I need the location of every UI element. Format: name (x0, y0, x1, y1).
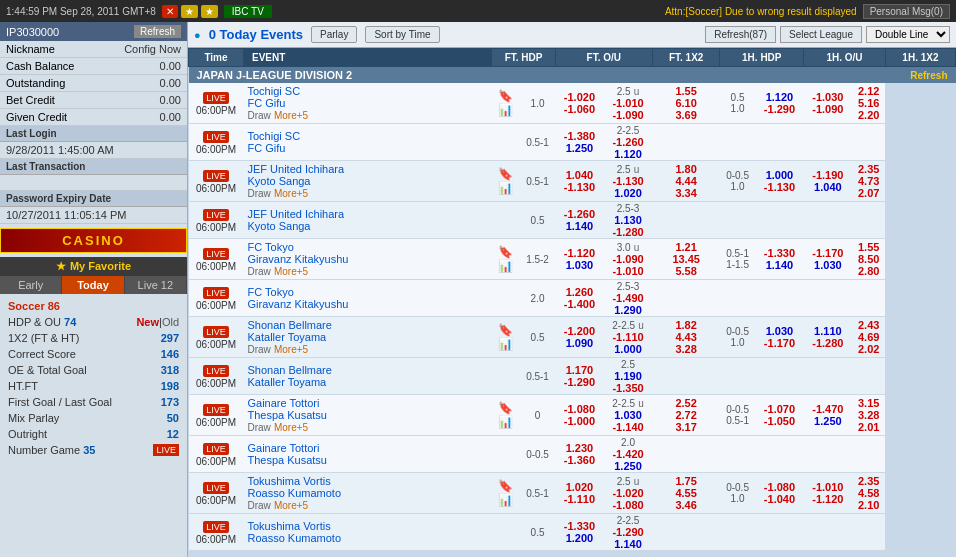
h1-ou-cell[interactable]: -1.010 -1.120 (804, 473, 852, 514)
team2-name[interactable]: Roasso Kumamoto (248, 487, 342, 499)
ft-1x2-cell[interactable]: 2.52 2.72 3.17 (652, 395, 719, 436)
team1-name[interactable]: Shonan Bellmare (248, 364, 332, 376)
chart-icon[interactable]: 📊 (498, 103, 513, 117)
team1-name[interactable]: Gainare Tottori (248, 442, 320, 454)
ft-1x2-cell[interactable]: 1.75 4.55 3.46 (652, 473, 719, 514)
chart-icon[interactable]: 📊 (498, 493, 513, 507)
more-link[interactable]: More+5 (274, 422, 308, 433)
more-link[interactable]: More+5 (274, 500, 308, 511)
odds-cell[interactable]: 1.170-1.290 (555, 358, 603, 395)
tab-early[interactable]: Early (0, 276, 62, 294)
ft-1x2-cell[interactable]: 1.82 4.43 3.28 (652, 317, 719, 358)
bookmark-icon[interactable]: 🔖 (498, 479, 513, 493)
odds-cell[interactable]: -1.1201.030 (555, 239, 603, 280)
odds-cell[interactable]: -1.080-1.040 (755, 473, 803, 514)
ft-ou-cell[interactable]: 3.0 u -1.090 -1.010 (604, 239, 653, 280)
menu-item-outright[interactable]: Outright 12 (0, 426, 187, 442)
team1-name[interactable]: Tokushima Vortis (248, 520, 331, 532)
ft-ou-cell[interactable]: 2.5-3 1.130 -1.280 (604, 202, 653, 239)
ft-1x2-cell[interactable]: 1.55 6.10 3.69 (652, 83, 719, 124)
star-icon-1[interactable]: ★ (181, 5, 198, 18)
more-link[interactable]: More+5 (274, 110, 308, 121)
odds-cell[interactable]: 1.030-1.170 (755, 317, 803, 358)
team2-name[interactable]: Kataller Toyama (248, 331, 327, 343)
ft-ou-cell[interactable]: 2.5 u -1.130 1.020 (604, 161, 653, 202)
odds-cell[interactable]: 1.000-1.130 (755, 161, 803, 202)
ft-1x2-cell[interactable]: 1.21 13.45 5.58 (652, 239, 719, 280)
chart-icon[interactable]: 📊 (498, 181, 513, 195)
h1-ou-cell[interactable]: -1.030 -1.090 (804, 83, 852, 124)
odds-cell[interactable]: -1.3301.200 (555, 514, 603, 551)
h1-1x2-cell[interactable]: 2.12 5.16 2.20 (852, 83, 885, 124)
team1-name[interactable]: Tokushima Vortis (248, 475, 331, 487)
odds-cell[interactable]: -1.3301.140 (755, 239, 803, 280)
odds-cell[interactable]: -1.080-1.000 (555, 395, 603, 436)
ft-ou-cell[interactable]: 2-2.5 -1.290 1.140 (604, 514, 653, 551)
ft-ou-cell[interactable]: 2-2.5 u 1.030 -1.140 (604, 395, 653, 436)
ft-ou-cell[interactable]: 2.5 1.190 -1.350 (604, 358, 653, 395)
team2-name[interactable]: Thespa Kusatsu (248, 409, 328, 421)
bookmark-icon[interactable]: 🔖 (498, 167, 513, 181)
odds-cell[interactable]: -1.2001.090 (555, 317, 603, 358)
h1-1x2-cell[interactable]: 3.15 3.28 2.01 (852, 395, 885, 436)
personal-msg-button[interactable]: Personal Msg(0) (863, 4, 950, 19)
ft-ou-cell[interactable]: 2.5 u -1.010 -1.090 (604, 83, 653, 124)
h1-ou-cell[interactable]: -1.190 1.040 (804, 161, 852, 202)
team2-name[interactable]: Giravanz Kitakyushu (248, 298, 349, 310)
team1-name[interactable]: FC Tokyo (248, 286, 294, 298)
sort-button[interactable]: Sort by Time (365, 26, 439, 43)
chart-icon[interactable]: 📊 (498, 259, 513, 273)
tab-today[interactable]: Today (62, 276, 124, 294)
team1-name[interactable]: Tochigi SC (248, 85, 301, 97)
star-icon-2[interactable]: ★ (201, 5, 218, 18)
h1-1x2-cell[interactable]: 2.35 4.73 2.07 (852, 161, 885, 202)
odds-cell[interactable]: 1.040-1.130 (555, 161, 603, 202)
refresh-button[interactable]: Refresh(87) (705, 26, 776, 43)
display-mode-select[interactable]: Double Line Single Line (866, 26, 950, 43)
team2-name[interactable]: Giravanz Kitakyushu (248, 253, 349, 265)
menu-item-number-game[interactable]: Number Game 35 LIVE (0, 442, 187, 458)
menu-item-first-goal[interactable]: First Goal / Last Goal 173 (0, 394, 187, 410)
h1-1x2-cell[interactable]: 2.35 4.58 2.10 (852, 473, 885, 514)
odds-cell[interactable]: 1.020-1.110 (555, 473, 603, 514)
team1-name[interactable]: JEF United Ichihara (248, 208, 345, 220)
bookmark-icon[interactable]: 🔖 (498, 323, 513, 337)
odds-cell[interactable]: -1.070-1.050 (755, 395, 803, 436)
close-icon[interactable]: ✕ (162, 5, 178, 18)
bookmark-icon[interactable]: 🔖 (498, 401, 513, 415)
ft-ou-cell[interactable]: 2.5-3 -1.490 1.290 (604, 280, 653, 317)
tv-button[interactable]: IBC TV (224, 5, 272, 18)
h1-1x2-cell[interactable]: 2.43 4.69 2.02 (852, 317, 885, 358)
menu-item-1x2[interactable]: 1X2 (FT & HT) 297 (0, 330, 187, 346)
team2-name[interactable]: Thespa Kusatsu (248, 454, 328, 466)
team2-name[interactable]: FC Gifu (248, 97, 286, 109)
team1-name[interactable]: Gainare Tottori (248, 397, 320, 409)
team1-name[interactable]: JEF United Ichihara (248, 163, 345, 175)
ft-ou-cell[interactable]: 2.0 -1.420 1.250 (604, 436, 653, 473)
ft-ou-cell[interactable]: 2.5 u -1.020 -1.080 (604, 473, 653, 514)
select-league-button[interactable]: Select League (780, 26, 862, 43)
more-link[interactable]: More+5 (274, 344, 308, 355)
team2-name[interactable]: Roasso Kumamoto (248, 532, 342, 544)
ft-ou-cell[interactable]: 2-2.5 u -1.110 1.000 (604, 317, 653, 358)
more-link[interactable]: More+5 (274, 188, 308, 199)
team1-name[interactable]: FC Tokyo (248, 241, 294, 253)
more-link[interactable]: More+5 (274, 266, 308, 277)
odds-cell[interactable]: -1.3801.250 (555, 124, 603, 161)
h1-ou-cell[interactable]: 1.110 -1.280 (804, 317, 852, 358)
odds-cell[interactable]: 1.120-1.290 (755, 83, 803, 124)
menu-item-oe-total[interactable]: OE & Total Goal 318 (0, 362, 187, 378)
chart-icon[interactable]: 📊 (498, 415, 513, 429)
h1-ou-cell[interactable]: -1.170 1.030 (804, 239, 852, 280)
menu-item-htft[interactable]: HT.FT 198 (0, 378, 187, 394)
menu-item-mix-parlay[interactable]: Mix Parlay 50 (0, 410, 187, 426)
tab-live[interactable]: Live 12 (125, 276, 187, 294)
account-refresh-button[interactable]: Refresh (134, 25, 181, 38)
team1-name[interactable]: Tochigi SC (248, 130, 301, 142)
team1-name[interactable]: Shonan Bellmare (248, 319, 332, 331)
parlay-button[interactable]: Parlay (311, 26, 357, 43)
table-refresh-link[interactable]: Refresh (910, 70, 947, 81)
chart-icon[interactable]: 📊 (498, 337, 513, 351)
bookmark-icon[interactable]: 🔖 (498, 89, 513, 103)
bookmark-icon[interactable]: 🔖 (498, 245, 513, 259)
